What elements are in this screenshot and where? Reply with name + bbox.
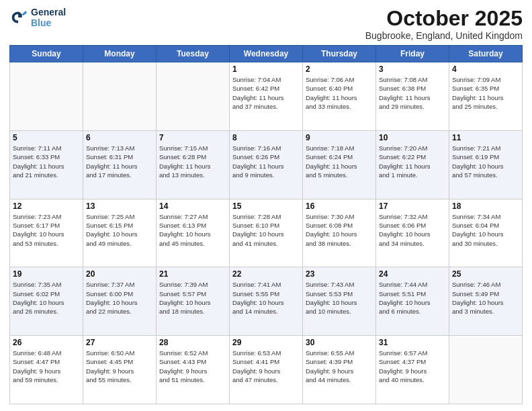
day-info: Sunrise: 6:53 AM Sunset: 4:41 PM Dayligh…	[232, 349, 300, 384]
day-info: Sunrise: 7:04 AM Sunset: 6:42 PM Dayligh…	[232, 75, 300, 111]
day-number: 26	[13, 338, 80, 347]
calendar-cell: 18Sunrise: 7:34 AM Sunset: 6:04 PM Dayli…	[449, 199, 523, 267]
day-info: Sunrise: 7:46 AM Sunset: 5:49 PM Dayligh…	[452, 280, 519, 316]
day-number: 24	[379, 269, 446, 279]
calendar-cell: 21Sunrise: 7:39 AM Sunset: 5:57 PM Dayli…	[157, 267, 230, 336]
calendar-week-4: 19Sunrise: 7:35 AM Sunset: 6:02 PM Dayli…	[10, 267, 523, 336]
day-info: Sunrise: 7:28 AM Sunset: 6:10 PM Dayligh…	[232, 212, 300, 248]
day-number: 31	[379, 338, 446, 347]
day-number: 6	[86, 133, 153, 142]
calendar-week-2: 5Sunrise: 7:11 AM Sunset: 6:33 PM Daylig…	[10, 130, 523, 199]
day-info: Sunrise: 7:44 AM Sunset: 5:51 PM Dayligh…	[379, 280, 446, 316]
day-info: Sunrise: 6:50 AM Sunset: 4:45 PM Dayligh…	[86, 349, 153, 384]
day-number: 3	[379, 64, 446, 74]
day-info: Sunrise: 7:34 AM Sunset: 6:04 PM Dayligh…	[452, 212, 519, 248]
calendar-header-thursday: Thursday	[303, 46, 376, 62]
calendar-cell: 19Sunrise: 7:35 AM Sunset: 6:02 PM Dayli…	[10, 267, 83, 336]
day-number: 2	[306, 64, 373, 74]
day-number: 29	[232, 338, 300, 347]
day-number: 5	[13, 133, 80, 142]
day-number: 17	[379, 201, 446, 211]
day-number: 27	[86, 338, 153, 347]
calendar-header-monday: Monday	[83, 46, 157, 62]
calendar-cell: 10Sunrise: 7:20 AM Sunset: 6:22 PM Dayli…	[376, 130, 449, 199]
calendar-cell: 27Sunrise: 6:50 AM Sunset: 4:45 PM Dayli…	[83, 336, 157, 404]
logo-icon	[9, 8, 28, 27]
title-block: October 2025 Bugbrooke, England, United …	[365, 7, 523, 41]
day-info: Sunrise: 6:57 AM Sunset: 4:37 PM Dayligh…	[379, 349, 446, 384]
day-info: Sunrise: 7:13 AM Sunset: 6:31 PM Dayligh…	[86, 144, 153, 179]
day-info: Sunrise: 7:20 AM Sunset: 6:22 PM Dayligh…	[379, 144, 446, 179]
day-info: Sunrise: 7:16 AM Sunset: 6:26 PM Dayligh…	[232, 144, 300, 179]
day-info: Sunrise: 7:37 AM Sunset: 6:00 PM Dayligh…	[86, 280, 153, 316]
day-number: 25	[452, 269, 519, 279]
day-info: Sunrise: 7:35 AM Sunset: 6:02 PM Dayligh…	[13, 280, 80, 316]
calendar-cell: 16Sunrise: 7:30 AM Sunset: 6:08 PM Dayli…	[303, 199, 376, 267]
day-number: 21	[159, 269, 226, 279]
day-info: Sunrise: 6:48 AM Sunset: 4:47 PM Dayligh…	[13, 349, 80, 384]
day-number: 20	[86, 269, 153, 279]
calendar-cell: 9Sunrise: 7:18 AM Sunset: 6:24 PM Daylig…	[303, 130, 376, 199]
header: General Blue October 2025 Bugbrooke, Eng…	[9, 7, 523, 41]
day-number: 18	[452, 201, 519, 211]
calendar-header-friday: Friday	[376, 46, 449, 62]
day-info: Sunrise: 7:32 AM Sunset: 6:06 PM Dayligh…	[379, 212, 446, 248]
day-info: Sunrise: 7:25 AM Sunset: 6:15 PM Dayligh…	[86, 212, 153, 248]
calendar-cell	[83, 62, 157, 131]
day-info: Sunrise: 7:18 AM Sunset: 6:24 PM Dayligh…	[306, 144, 373, 179]
calendar-cell	[10, 62, 83, 131]
day-number: 23	[306, 269, 373, 279]
calendar-header-saturday: Saturday	[449, 46, 523, 62]
calendar-cell	[157, 62, 230, 131]
calendar-week-5: 26Sunrise: 6:48 AM Sunset: 4:47 PM Dayli…	[10, 336, 523, 404]
day-info: Sunrise: 7:30 AM Sunset: 6:08 PM Dayligh…	[306, 212, 373, 248]
day-info: Sunrise: 6:55 AM Sunset: 4:39 PM Dayligh…	[306, 349, 373, 384]
calendar-cell: 28Sunrise: 6:52 AM Sunset: 4:43 PM Dayli…	[157, 336, 230, 404]
calendar-cell: 7Sunrise: 7:15 AM Sunset: 6:28 PM Daylig…	[157, 130, 230, 199]
calendar-cell	[449, 336, 523, 404]
day-number: 11	[452, 133, 519, 142]
calendar-cell: 30Sunrise: 6:55 AM Sunset: 4:39 PM Dayli…	[303, 336, 376, 404]
calendar-header-tuesday: Tuesday	[157, 46, 230, 62]
calendar-cell: 20Sunrise: 7:37 AM Sunset: 6:00 PM Dayli…	[83, 267, 157, 336]
calendar-week-1: 1Sunrise: 7:04 AM Sunset: 6:42 PM Daylig…	[10, 62, 523, 131]
day-info: Sunrise: 7:08 AM Sunset: 6:38 PM Dayligh…	[379, 75, 446, 111]
day-info: Sunrise: 7:15 AM Sunset: 6:28 PM Dayligh…	[159, 144, 226, 179]
day-info: Sunrise: 7:41 AM Sunset: 5:55 PM Dayligh…	[232, 280, 300, 316]
day-number: 12	[13, 201, 80, 211]
calendar-cell: 15Sunrise: 7:28 AM Sunset: 6:10 PM Dayli…	[230, 199, 303, 267]
location-subtitle: Bugbrooke, England, United Kingdom	[365, 30, 523, 41]
calendar-cell: 11Sunrise: 7:21 AM Sunset: 6:19 PM Dayli…	[449, 130, 523, 199]
calendar-cell: 17Sunrise: 7:32 AM Sunset: 6:06 PM Dayli…	[376, 199, 449, 267]
calendar-cell: 24Sunrise: 7:44 AM Sunset: 5:51 PM Dayli…	[376, 267, 449, 336]
logo: General Blue	[9, 7, 66, 28]
page: General Blue October 2025 Bugbrooke, Eng…	[0, 0, 532, 411]
calendar-cell: 12Sunrise: 7:23 AM Sunset: 6:17 PM Dayli…	[10, 199, 83, 267]
day-number: 10	[379, 133, 446, 142]
day-number: 28	[159, 338, 226, 347]
calendar-cell: 4Sunrise: 7:09 AM Sunset: 6:35 PM Daylig…	[449, 62, 523, 131]
calendar-cell: 22Sunrise: 7:41 AM Sunset: 5:55 PM Dayli…	[230, 267, 303, 336]
day-info: Sunrise: 7:23 AM Sunset: 6:17 PM Dayligh…	[13, 212, 80, 248]
calendar-cell: 25Sunrise: 7:46 AM Sunset: 5:49 PM Dayli…	[449, 267, 523, 336]
day-info: Sunrise: 7:21 AM Sunset: 6:19 PM Dayligh…	[452, 144, 519, 179]
calendar-cell: 6Sunrise: 7:13 AM Sunset: 6:31 PM Daylig…	[83, 130, 157, 199]
calendar-cell: 31Sunrise: 6:57 AM Sunset: 4:37 PM Dayli…	[376, 336, 449, 404]
calendar-header-sunday: Sunday	[10, 46, 83, 62]
calendar-week-3: 12Sunrise: 7:23 AM Sunset: 6:17 PM Dayli…	[10, 199, 523, 267]
day-number: 22	[232, 269, 300, 279]
calendar-cell: 29Sunrise: 6:53 AM Sunset: 4:41 PM Dayli…	[230, 336, 303, 404]
calendar-cell: 8Sunrise: 7:16 AM Sunset: 6:26 PM Daylig…	[230, 130, 303, 199]
day-number: 7	[159, 133, 226, 142]
month-title: October 2025	[365, 7, 523, 30]
calendar-cell: 13Sunrise: 7:25 AM Sunset: 6:15 PM Dayli…	[83, 199, 157, 267]
day-info: Sunrise: 7:43 AM Sunset: 5:53 PM Dayligh…	[306, 280, 373, 316]
day-number: 1	[232, 64, 300, 74]
day-number: 8	[232, 133, 300, 142]
calendar-header-row: SundayMondayTuesdayWednesdayThursdayFrid…	[10, 46, 523, 62]
day-number: 9	[306, 133, 373, 142]
day-number: 30	[306, 338, 373, 347]
day-number: 16	[306, 201, 373, 211]
day-info: Sunrise: 7:39 AM Sunset: 5:57 PM Dayligh…	[159, 280, 226, 316]
day-number: 13	[86, 201, 153, 211]
